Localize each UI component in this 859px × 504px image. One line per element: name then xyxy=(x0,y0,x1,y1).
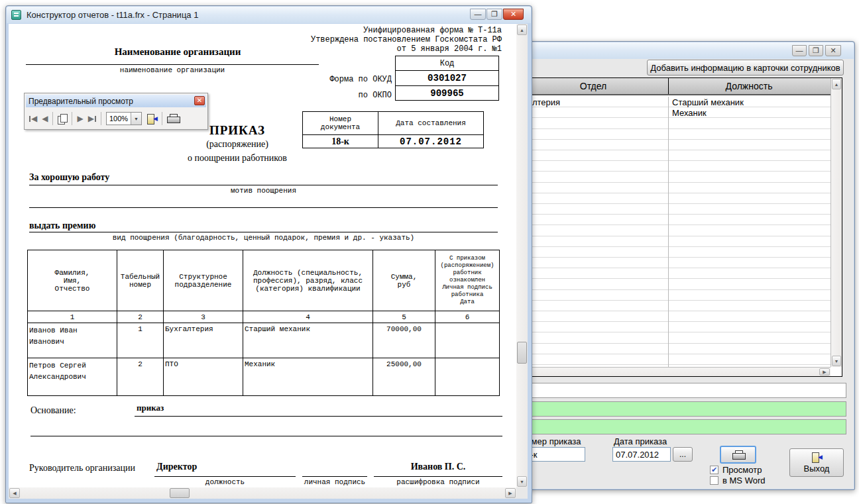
grid-vscrollbar[interactable]: ▲ ▼ xyxy=(830,78,842,367)
grid-scroll-right-button[interactable]: ▶ xyxy=(819,368,830,376)
grid-column-divider xyxy=(668,97,669,367)
msword-checkbox[interactable] xyxy=(710,476,718,485)
orders-minimize-button[interactable]: — xyxy=(792,45,807,56)
grid-scroll-up-button[interactable]: ▲ xyxy=(832,79,841,89)
toolbar-separator xyxy=(101,112,101,125)
report-window-titlebar[interactable]: Конструктор отчетов - t11a.frx - Страниц… xyxy=(7,7,531,23)
report-hscrollbar[interactable]: ◀ ▶ xyxy=(9,487,516,499)
row0-pos: Старший механик xyxy=(243,323,373,358)
order-main-table: Фамилия, Имя, Отчество Табельный номер С… xyxy=(27,250,500,396)
zoom-value: 100% xyxy=(107,115,131,123)
prev-page-button[interactable]: ◀ xyxy=(42,114,48,123)
th-dept: Структурное подразделение xyxy=(164,250,243,311)
doc-number-table: Номер документа Дата составления 18-к 07… xyxy=(302,111,484,148)
grid-cell-pos-1[interactable]: Механик xyxy=(672,108,707,118)
column-header-dept[interactable]: Отдел xyxy=(510,81,676,91)
row1-sum: 25000,00 xyxy=(373,358,435,396)
reward-hint: вид поощрения (благодарность, ценный под… xyxy=(29,234,498,242)
preview-toolbar-close-button[interactable]: ✕ xyxy=(194,96,205,105)
decode-line xyxy=(374,476,502,477)
preview-checkbox[interactable]: ✔ xyxy=(710,466,718,474)
num-col-3: 3 xyxy=(164,311,243,323)
preview-toolbar-title: Предварительный просмотр xyxy=(29,97,133,106)
th-position: Должность (специальность, профессия), ра… xyxy=(243,250,373,311)
position-line xyxy=(154,476,296,477)
leader-name: Иванов П. С. xyxy=(374,462,502,472)
first-page-button[interactable]: ◀ xyxy=(29,114,37,123)
form-line-1: Унифицированная форма № Т-11а xyxy=(311,26,502,35)
desktop: — ❐ ✕ Добавить информацию в карточки сот… xyxy=(0,0,859,504)
signature-hint: личная подпись xyxy=(288,478,382,486)
form-line-3: от 5 января 2004 г. №1 xyxy=(311,44,502,54)
close-preview-button[interactable] xyxy=(146,113,157,124)
num-col-2: 2 xyxy=(117,311,164,323)
toolbar-print-button[interactable] xyxy=(167,114,179,123)
signature-line xyxy=(302,476,367,477)
row1-name: Петров Сергей Александрович xyxy=(28,358,117,396)
report-close-button[interactable]: ✕ xyxy=(503,9,524,20)
okud-value-cell: 0301027 xyxy=(396,71,499,86)
row0-num: 1 xyxy=(117,323,164,358)
exit-button[interactable]: Выход xyxy=(789,448,844,477)
grid-scroll-down-button[interactable]: ▼ xyxy=(832,356,841,366)
exit-button-label: Выход xyxy=(804,464,830,474)
org-name-title: Наименование организации xyxy=(48,46,307,58)
grid-cell-pos-0[interactable]: Старший механик xyxy=(672,97,744,107)
printer-icon xyxy=(732,450,744,460)
report-minimize-button[interactable]: — xyxy=(470,9,486,20)
toolbar-separator xyxy=(52,112,53,125)
order-subtitle: (распоряжение) xyxy=(171,139,304,150)
print-button[interactable] xyxy=(720,446,756,464)
row0-dept: Бухгалтерия xyxy=(164,323,243,358)
report-preview-window: Конструктор отчетов - t11a.frx - Страниц… xyxy=(5,5,532,503)
add-to-cards-button[interactable]: Добавить информацию в карточки сотрудник… xyxy=(647,60,844,76)
num-col-6: 6 xyxy=(435,311,500,323)
order-date-input[interactable]: 07.07.2012 xyxy=(612,447,671,462)
report-scroll-right-button[interactable]: ▶ xyxy=(505,488,516,498)
orders-close-button[interactable]: ✕ xyxy=(825,45,841,56)
report-scroll-left-button[interactable]: ◀ xyxy=(9,488,20,498)
order-date-label: Дата приказа xyxy=(614,436,667,446)
form-approval-block: Унифицированная форма № Т-11а Утверждена… xyxy=(311,26,502,54)
last-page-button[interactable]: ▶ xyxy=(88,114,96,123)
row1-num: 2 xyxy=(117,358,164,396)
report-scroll-down-button[interactable]: ▼ xyxy=(517,476,527,487)
column-header-pos[interactable]: Должность xyxy=(669,81,829,91)
table-row: Иванов Иван Иванович 1 Бухгалтерия Старш… xyxy=(28,323,500,358)
orders-maximize-button[interactable]: ❐ xyxy=(809,45,823,56)
report-page: Унифицированная форма № Т-11а Утверждена… xyxy=(9,24,516,487)
report-vscrollbar[interactable]: ▲ ▼ xyxy=(516,24,528,487)
row0-sign xyxy=(435,323,500,358)
org-name-hint: наименование организации xyxy=(26,66,319,74)
leader-label: Руководитель организации xyxy=(29,463,135,474)
num-col-4: 4 xyxy=(243,311,373,323)
zoom-dropdown-button[interactable]: ▼ xyxy=(131,113,141,125)
report-vscroll-thumb[interactable] xyxy=(517,342,527,364)
reward-line xyxy=(29,232,498,232)
header-divider xyxy=(668,78,669,94)
report-scroll-up-button[interactable]: ▲ xyxy=(517,25,527,35)
doc-num-header: Номер документа xyxy=(303,112,378,135)
leader-position: Директор xyxy=(156,462,197,472)
doc-date-value: 07.07.2012 xyxy=(378,135,484,148)
report-hscroll-thumb[interactable] xyxy=(170,488,190,498)
th-fio: Фамилия, Имя, Отчество xyxy=(28,250,117,311)
zoom-combobox[interactable]: 100% ▼ xyxy=(106,112,142,125)
position-hint: должность xyxy=(154,478,296,486)
date-browse-button[interactable]: ... xyxy=(673,447,693,462)
report-maximize-button[interactable]: ❐ xyxy=(487,9,502,20)
msword-checkbox-label[interactable]: в MS Word xyxy=(722,476,765,485)
reward-value: выдать премию xyxy=(29,221,95,231)
th-sum: Сумма, руб xyxy=(373,250,435,311)
th-tabnum: Табельный номер xyxy=(117,250,164,311)
preview-checkbox-label[interactable]: Просмотр xyxy=(722,465,762,475)
toolbar-separator xyxy=(72,112,72,125)
okpo-value-cell: 909965 xyxy=(396,86,499,101)
toolbar-separator xyxy=(162,112,162,125)
next-page-button[interactable]: ▶ xyxy=(77,114,83,123)
preview-toolbar-titlebar[interactable]: Предварительный просмотр ✕ xyxy=(26,95,206,107)
basis-line-2 xyxy=(30,436,502,436)
pages-icon-button[interactable] xyxy=(58,114,67,123)
form-line-2: Утверждена постановлением Госкомстата РФ xyxy=(311,35,502,44)
row1-pos: Механик xyxy=(243,358,373,396)
